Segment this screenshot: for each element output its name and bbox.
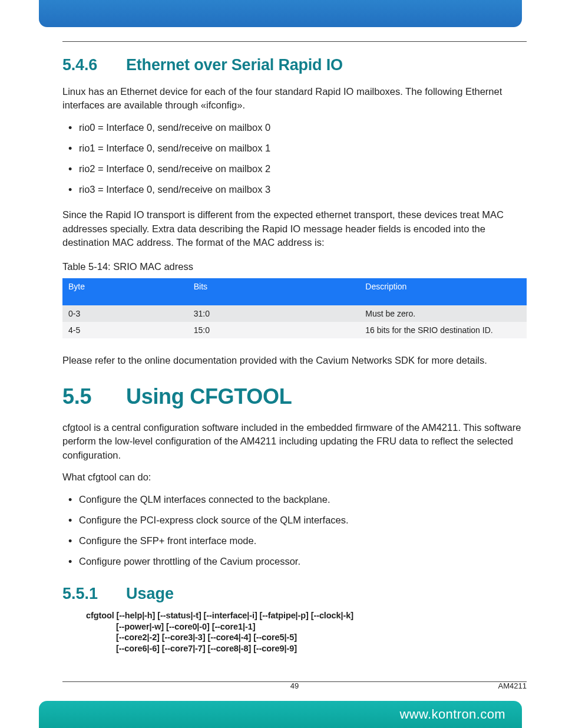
heading-546: 5.4.6Ethernet over Serial Rapid IO [62, 56, 527, 74]
usage-line: [--power|-w] [--core0|-0] [--core1|-1] [86, 622, 255, 631]
cell-desc: 16 bits for the SRIO destination ID. [359, 322, 527, 338]
usage-line: [--core6|-6] [--core7|-7] [--core8|-8] [… [86, 644, 297, 653]
list-item: rio3 = Interface 0, send/receive on mail… [79, 183, 527, 196]
usage-line: cfgtool [--help|-h] [--status|-t] [--int… [86, 611, 353, 620]
table-caption: Table 5-14: SRIO MAC adress [62, 261, 527, 272]
heading-title: Using CFGTOOL [126, 384, 292, 409]
list-546-interfaces: rio0 = Interface 0, send/receive on mail… [62, 121, 527, 196]
cell-bits: 31:0 [188, 305, 360, 322]
usage-line: [--core2|-2] [--core3|-3] [--core4|-4] [… [86, 633, 297, 642]
para-55-intro: cfgtool is a central configuration softw… [62, 421, 527, 462]
heading-title: Ethernet over Serial Rapid IO [126, 56, 343, 74]
cell-desc: Must be zero. [359, 305, 527, 322]
list-item: Configure the SFP+ front interface mode. [79, 534, 527, 548]
list-item: Configure the QLM interfaces connected t… [79, 493, 527, 506]
list-item: Configure power throttling of the Cavium… [79, 555, 527, 568]
list-item: Configure the PCI-express clock source o… [79, 513, 527, 527]
page-content: 5.4.6Ethernet over Serial Rapid IO Linux… [62, 41, 527, 675]
cell-byte: 4-5 [62, 322, 188, 338]
para-55-lead: What cfgtool can do: [62, 470, 527, 484]
heading-num: 5.5 [62, 384, 126, 409]
para-546-intro: Linux has an Ethernet device for each of… [62, 85, 527, 113]
table-row: 4-5 15:0 16 bits for the SRIO destinatio… [62, 322, 527, 338]
cell-byte: 0-3 [62, 305, 188, 322]
table-srio-mac: Byte Bits Description 0-3 31:0 Must be z… [62, 278, 527, 338]
page-number: 49 [290, 681, 299, 690]
heading-title: Usage [126, 585, 174, 602]
th-byte: Byte [62, 278, 188, 305]
footer-color-tab: www.kontron.com [39, 701, 522, 728]
heading-551: 5.5.1Usage [62, 585, 527, 603]
header-color-tab [39, 0, 522, 27]
th-desc: Description [359, 278, 527, 305]
table-row: 0-3 31:0 Must be zero. [62, 305, 527, 322]
para-546-ref: Please refer to the online documentation… [62, 354, 527, 367]
th-bits: Bits [188, 278, 360, 305]
heading-num: 5.5.1 [62, 585, 126, 603]
list-item: rio0 = Interface 0, send/receive on mail… [79, 121, 527, 134]
heading-55: 5.5Using CFGTOOL [62, 384, 527, 409]
list-item: rio2 = Interface 0, send/receive on mail… [79, 162, 527, 176]
cell-bits: 15:0 [188, 322, 360, 338]
top-rule [62, 41, 527, 42]
usage-syntax: cfgtool [--help|-h] [--status|-t] [--int… [86, 610, 527, 654]
footer-url: www.kontron.com [399, 707, 505, 722]
list-item: rio1 = Interface 0, send/receive on mail… [79, 141, 527, 155]
doc-model: AM4211 [498, 681, 527, 690]
footer-meta: 49 AM4211 [62, 678, 527, 690]
para-546-mac: Since the Rapid IO transport is differen… [62, 208, 527, 249]
list-55-caps: Configure the QLM interfaces connected t… [62, 493, 527, 568]
heading-num: 5.4.6 [62, 56, 126, 74]
